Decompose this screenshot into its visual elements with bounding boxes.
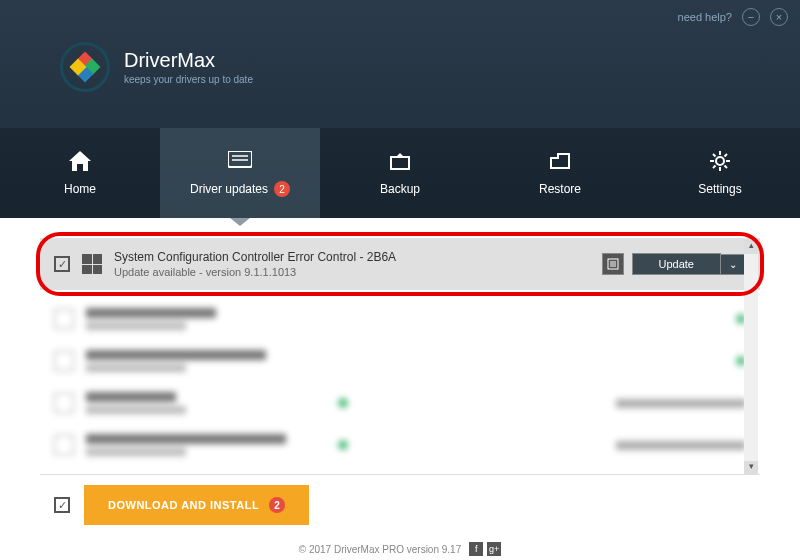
nav-label: Driver updates — [190, 182, 268, 196]
download-label: DOWNLOAD AND INSTALL — [108, 499, 259, 511]
updates-icon — [228, 149, 252, 171]
backup-icon — [388, 150, 412, 172]
nav-backup[interactable]: Backup — [320, 128, 480, 218]
close-button[interactable]: × — [770, 8, 788, 26]
svg-rect-3 — [391, 157, 409, 169]
main-nav: Home Driver updates 2 Backup Restore — [0, 128, 800, 218]
nav-label: Home — [64, 182, 96, 196]
download-install-button[interactable]: DOWNLOAD AND INSTALL 2 — [84, 485, 309, 525]
app-logo-icon — [60, 42, 110, 92]
restore-icon — [548, 150, 572, 172]
nav-driver-updates[interactable]: Driver updates 2 — [160, 128, 320, 218]
svg-rect-0 — [228, 151, 252, 167]
driver-name: System Configuration Controller Error Co… — [114, 250, 590, 264]
other-drivers-list — [40, 298, 760, 466]
footer-text: © 2017 DriverMax PRO version 9.17 — [299, 544, 461, 555]
updates-badge: 2 — [274, 181, 290, 197]
nav-restore[interactable]: Restore — [480, 128, 640, 218]
minimize-button[interactable]: − — [742, 8, 760, 26]
nav-home[interactable]: Home — [0, 128, 160, 218]
nav-label: Restore — [539, 182, 581, 196]
update-button[interactable]: Update — [632, 253, 721, 275]
home-icon — [68, 150, 92, 172]
driver-checkbox[interactable]: ✓ — [54, 256, 70, 272]
nav-settings[interactable]: Settings — [640, 128, 800, 218]
windows-icon — [82, 254, 102, 274]
driver-status: Update available - version 9.1.1.1013 — [114, 266, 590, 278]
brand: DriverMax keeps your drivers up to date — [0, 34, 800, 100]
scrollbar[interactable]: ▴ ▾ — [744, 240, 758, 475]
svg-point-4 — [716, 157, 724, 165]
google-plus-icon[interactable]: g+ — [487, 542, 501, 556]
nav-label: Settings — [698, 182, 741, 196]
scroll-up-icon[interactable]: ▴ — [744, 240, 758, 254]
download-badge: 2 — [269, 497, 285, 513]
gear-icon — [708, 150, 732, 172]
driver-info-button[interactable] — [602, 253, 624, 275]
nav-label: Backup — [380, 182, 420, 196]
select-all-checkbox[interactable]: ✓ — [54, 497, 70, 513]
footer: © 2017 DriverMax PRO version 9.17 f g+ — [0, 542, 800, 556]
app-title: DriverMax — [124, 49, 253, 72]
update-dropdown[interactable]: ⌄ — [721, 254, 746, 275]
facebook-icon[interactable]: f — [469, 542, 483, 556]
help-link[interactable]: need help? — [678, 11, 732, 23]
scroll-down-icon[interactable]: ▾ — [744, 461, 758, 475]
app-subtitle: keeps your drivers up to date — [124, 74, 253, 85]
driver-row: ✓ System Configuration Controller Error … — [40, 238, 760, 290]
